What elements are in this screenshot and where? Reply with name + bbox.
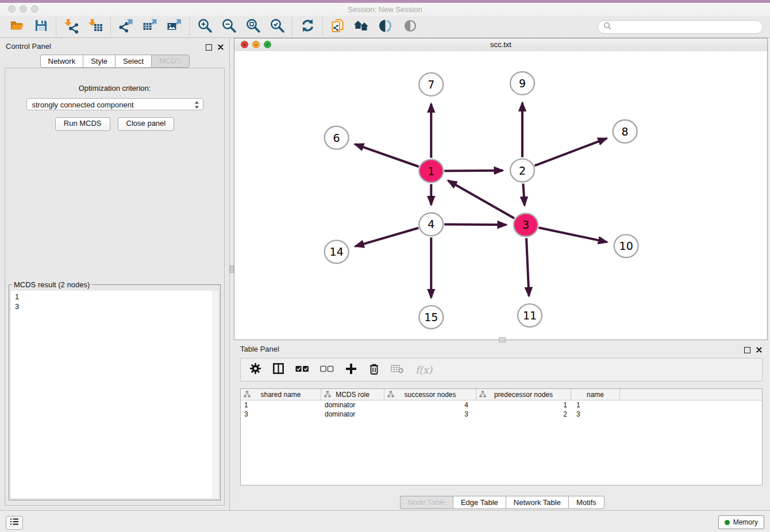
column-header-mcds-role[interactable]: MCDS role bbox=[321, 389, 384, 400]
tab-node-table[interactable]: Node Table bbox=[399, 496, 453, 509]
select-all-icon[interactable] bbox=[295, 365, 309, 375]
main-toolbar bbox=[0, 16, 770, 38]
export-image-icon bbox=[166, 18, 182, 36]
edge-4-3[interactable] bbox=[444, 224, 506, 225]
tab-network-table[interactable]: Network Table bbox=[506, 496, 568, 509]
horizontal-splitter-handle[interactable] bbox=[499, 337, 506, 342]
save-session-button[interactable] bbox=[29, 17, 53, 37]
column-header-name[interactable]: name bbox=[571, 389, 620, 400]
vertical-splitter[interactable] bbox=[230, 38, 234, 510]
graph-node-label-7: 7 bbox=[428, 78, 434, 91]
task-history-button[interactable] bbox=[6, 516, 23, 530]
close-panel-button[interactable]: Close panel bbox=[118, 117, 175, 131]
gear-icon[interactable] bbox=[249, 363, 261, 377]
zoom-in-button[interactable] bbox=[192, 17, 217, 37]
cell-shared-name[interactable]: 3 bbox=[241, 410, 321, 418]
memory-button[interactable]: Memory bbox=[718, 515, 764, 529]
zoom-selected-icon bbox=[270, 18, 285, 36]
open-session-button[interactable] bbox=[5, 17, 29, 37]
zoom-selected-button[interactable] bbox=[265, 17, 289, 37]
import-network-icon bbox=[63, 18, 79, 36]
trash-icon[interactable] bbox=[368, 363, 380, 377]
edge-4-14[interactable] bbox=[355, 228, 418, 246]
column-header-successor-nodes[interactable]: successor nodes bbox=[384, 389, 476, 400]
add-row-icon[interactable] bbox=[345, 363, 357, 377]
toolbar-separator bbox=[322, 18, 323, 36]
result-scrollbar[interactable] bbox=[213, 291, 218, 498]
list-icon bbox=[10, 518, 19, 528]
zoom-out-button[interactable] bbox=[217, 17, 241, 37]
graph-node-label-8: 8 bbox=[622, 125, 629, 138]
mcds-result-text[interactable]: 1 3 bbox=[11, 291, 218, 498]
edge-3-11[interactable] bbox=[526, 238, 529, 296]
optimization-criterion-select[interactable]: strongly connected component bbox=[26, 98, 203, 110]
network-canvas[interactable]: 7968124314101511 bbox=[234, 51, 767, 340]
import-table-button[interactable] bbox=[83, 17, 107, 37]
tab-select[interactable]: Select bbox=[115, 55, 151, 68]
tab-mcds[interactable]: MCDS bbox=[151, 55, 189, 68]
tab-motifs[interactable]: Motifs bbox=[568, 496, 605, 509]
export-table-button[interactable] bbox=[138, 17, 162, 37]
apply-layout-button[interactable] bbox=[295, 17, 319, 37]
graph-node-label-11: 11 bbox=[523, 309, 537, 322]
show-hide-button[interactable] bbox=[398, 17, 422, 37]
columns-icon[interactable] bbox=[272, 363, 284, 377]
float-panel-icon[interactable] bbox=[744, 347, 750, 353]
open-folder-icon bbox=[9, 18, 25, 36]
app-titlebar: Session: New Session bbox=[0, 3, 770, 16]
zoom-fit-icon bbox=[245, 18, 261, 36]
run-mcds-button[interactable]: Run MCDS bbox=[55, 117, 110, 131]
table-panel: Table Panel f(x) shared name MCDS role s… bbox=[234, 340, 770, 510]
clone-network-button[interactable] bbox=[326, 17, 350, 37]
tab-network[interactable]: Network bbox=[40, 55, 83, 68]
graph-node-label-15: 15 bbox=[424, 311, 438, 323]
close-panel-icon[interactable] bbox=[218, 42, 224, 52]
zoom-fit-button[interactable] bbox=[241, 17, 265, 37]
cell-successor-nodes[interactable]: 4 bbox=[384, 401, 476, 409]
edge-2-8[interactable] bbox=[534, 138, 606, 166]
toolbar-separator bbox=[292, 18, 292, 36]
search-input[interactable] bbox=[611, 22, 763, 32]
table-row[interactable]: 3 dominator 3 2 3 bbox=[241, 410, 762, 419]
cell-predecessor-nodes[interactable]: 2 bbox=[476, 410, 571, 418]
export-image-button[interactable] bbox=[162, 17, 186, 37]
houses-icon bbox=[353, 18, 371, 36]
paint-style-icon bbox=[378, 18, 394, 36]
graph-node-label-10: 10 bbox=[619, 240, 633, 252]
import-network-button[interactable] bbox=[59, 17, 83, 37]
cell-mcds-role[interactable]: dominator bbox=[321, 410, 384, 418]
cell-shared-name[interactable]: 1 bbox=[241, 401, 321, 409]
unselect-all-icon[interactable] bbox=[320, 365, 334, 375]
toolbar-separator bbox=[189, 18, 190, 36]
splitter-handle[interactable] bbox=[230, 265, 234, 273]
cell-predecessor-nodes[interactable]: 1 bbox=[476, 401, 571, 409]
edge-1-6[interactable] bbox=[355, 144, 419, 167]
first-neighbors-button[interactable] bbox=[350, 17, 374, 37]
edge-1-2[interactable] bbox=[444, 171, 503, 171]
column-header-shared-name[interactable]: shared name bbox=[241, 389, 321, 400]
column-header-predecessor-nodes[interactable]: predecessor nodes bbox=[476, 389, 571, 400]
cell-name[interactable]: 3 bbox=[571, 410, 620, 418]
cell-successor-nodes[interactable]: 3 bbox=[384, 410, 476, 418]
table-panel-title: Table Panel bbox=[240, 345, 279, 353]
toolbar-separator bbox=[56, 18, 56, 36]
table-row[interactable]: 1 dominator 4 1 1 bbox=[241, 400, 762, 410]
search-box[interactable] bbox=[598, 20, 763, 34]
export-network-button[interactable] bbox=[114, 17, 138, 37]
tab-style[interactable]: Style bbox=[83, 55, 115, 68]
edge-2-3[interactable] bbox=[523, 184, 524, 206]
apply-style-button[interactable] bbox=[374, 17, 398, 37]
float-panel-icon[interactable] bbox=[206, 44, 212, 51]
contrast-circle-icon bbox=[403, 18, 418, 36]
cell-name[interactable]: 1 bbox=[571, 401, 620, 409]
graph-node-label-14: 14 bbox=[330, 245, 344, 258]
close-panel-icon[interactable] bbox=[756, 345, 762, 355]
control-panel: Control Panel Network Style Select MCDS … bbox=[0, 38, 230, 510]
network-window-titlebar[interactable]: scc.txt bbox=[234, 38, 767, 52]
app-title: Session: New Session bbox=[0, 5, 770, 14]
cell-mcds-role[interactable]: dominator bbox=[321, 401, 384, 409]
edge-3-10[interactable] bbox=[538, 228, 607, 242]
edge-3-1[interactable] bbox=[448, 180, 514, 218]
tab-edge-table[interactable]: Edge Table bbox=[453, 496, 506, 509]
mcds-panel-body: Optimization criterion: strongly connect… bbox=[5, 68, 225, 506]
